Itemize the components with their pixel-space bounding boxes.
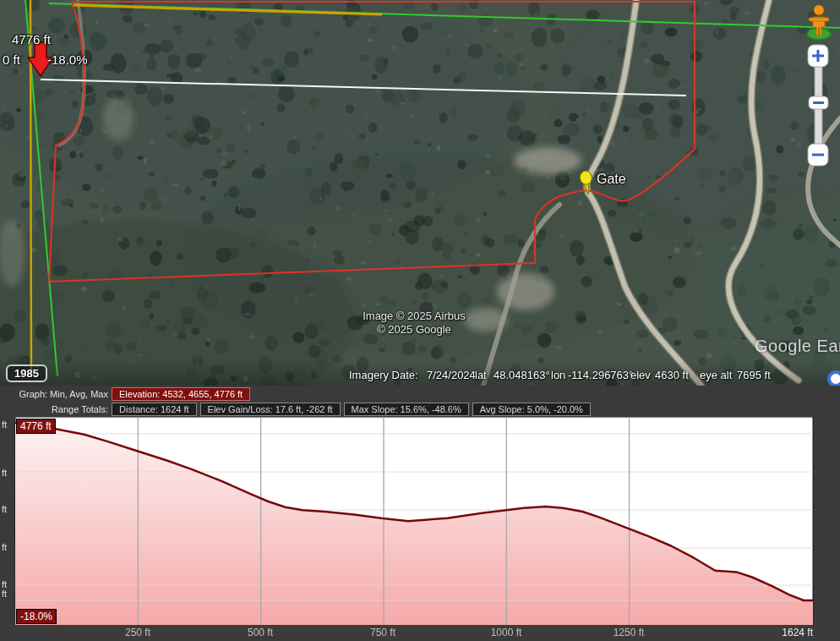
map-attribution-line1: Image © 2025 Airbus [287,310,541,322]
gate-placemark-label[interactable]: Gate [597,172,626,187]
zoom-control [808,45,828,166]
elev-label: elev [630,369,651,381]
max-slope-box: Max Slope: 15.6%, -48.6% [344,403,469,416]
imagery-date-value: 7/24/2024 [427,369,476,381]
y-axis-label-clipped: ft [2,419,14,430]
marker-elevation-label: 4776 ft [12,32,51,47]
map-attribution-line2: © 2025 Google [287,323,541,336]
x-tick: 750 ft [357,627,408,638]
x-tick: 1250 ft [603,627,654,638]
x-axis: 0 ft 250 ft 500 ft 750 ft 1000 ft 1250 f… [0,625,840,641]
elevation-profile-panel: Graph: Min, Avg, Max Elevation: 4532, 46… [0,386,840,641]
lat-label: lat [475,369,487,381]
x-tick: 500 ft [235,627,286,638]
elevation-chart-plot[interactable] [0,417,840,625]
x-tick-end: 1624 ft [761,627,813,638]
distance-box: Distance: 1624 ft [112,403,197,416]
x-tick: 250 ft [112,627,163,638]
yellow-line-left [30,0,31,376]
lon-value: -114.296763° [568,369,633,381]
graph-label: Graph: Min, Avg, Max [0,389,108,399]
lon-label: lon [551,369,565,381]
google-earth-window: 4776 ft 0 ft -18.0% Gate 1985 Image © 20… [0,0,840,641]
y-axis-label-clipped: ft [2,504,14,514]
map-view[interactable]: 4776 ft 0 ft -18.0% Gate 1985 Image © 20… [0,0,840,386]
compass-icon[interactable] [827,370,840,386]
range-totals-label: Range Totals: [0,404,108,414]
gain-loss-box: Elev Gain/Loss: 17.6 ft, -262 ft [200,403,341,416]
y-axis-label-clipped: ft [2,468,14,478]
marker-slope-label: -18.0% [47,52,88,67]
profile-header-row2: Range Totals: Distance: 1624 ft Elev Gai… [0,402,840,416]
marker-distance-label: 0 ft [3,52,20,67]
avg-slope-box: Avg Slope: 5.0%, -20.0% [472,403,591,416]
status-bar: Imagery Date: 7/24/2024 lat 48.048163° l… [0,369,840,386]
elevation-summary-box: Elevation: 4532, 4655, 4776 ft [112,387,250,401]
y-axis-label-clipped: ft [2,542,14,552]
eye-alt-value: 7695 ft [737,369,771,381]
profile-header-row1: Graph: Min, Avg, Max Elevation: 4532, 46… [0,386,840,401]
y-axis-label-clipped: ft [2,589,14,599]
max-elevation-badge: 4776 ft [16,419,56,434]
x-tick: 1000 ft [481,627,532,638]
imagery-date-label: Imagery Date: [349,369,418,381]
slope-badge: -18.0% [16,609,57,624]
eye-alt-label: eye alt [700,369,732,381]
google-earth-watermark: Google Earth [755,337,840,356]
elev-value: 4630 ft [655,369,689,381]
lat-value: 48.048163° [494,369,550,381]
